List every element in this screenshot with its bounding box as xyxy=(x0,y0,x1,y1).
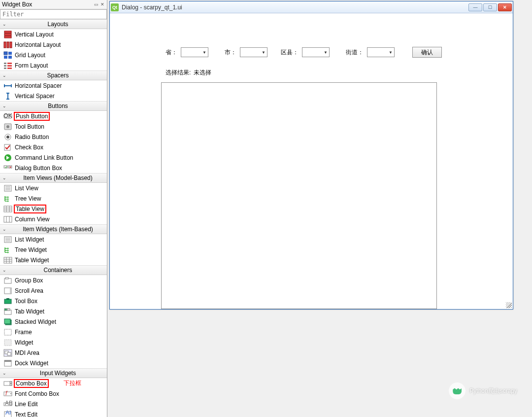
annotation-text: 下拉框 xyxy=(64,379,81,387)
chevron-down-icon: ⌄ xyxy=(0,268,9,273)
chevron-down-icon: ⌄ xyxy=(0,104,9,108)
widget-item-layout-v[interactable]: Vertical Layout xyxy=(0,29,107,39)
titlebar[interactable]: Qt Dialog - scarpy_qt_1.ui — ☐ ✕ xyxy=(110,1,513,13)
svg-rect-7 xyxy=(8,52,12,55)
widget-item-widget[interactable]: Widget xyxy=(0,337,107,348)
widget-item-stack[interactable]: Stacked Widget xyxy=(0,316,107,327)
spacer-v-icon xyxy=(3,92,13,100)
widget-label: Line Edit xyxy=(15,401,38,408)
category-label: Item Views (Model-Based) xyxy=(9,174,107,181)
svg-rect-57 xyxy=(4,299,11,304)
widget-label: Group Box xyxy=(15,277,43,284)
chevron-down-icon: ▼ xyxy=(262,50,266,55)
widget-item-column[interactable]: Column View xyxy=(0,214,107,224)
svg-rect-9 xyxy=(8,56,12,59)
layout-v-icon xyxy=(3,31,13,38)
category-header[interactable]: ⌄Item Widgets (Item-Based) xyxy=(0,224,107,234)
widget-item-dock[interactable]: Dock Widget xyxy=(0,358,107,368)
widget-item-spacer-h[interactable]: Horizontal Spacer xyxy=(0,80,107,91)
widget-item-push-button[interactable]: OKPush Button xyxy=(0,111,107,121)
category-header[interactable]: ⌄Buttons xyxy=(0,101,107,111)
widget-item-group[interactable]: Group Box xyxy=(0,275,107,285)
widget-item-layout-grid[interactable]: Grid Layout xyxy=(0,50,107,60)
widget-item-spacer-v[interactable]: Vertical Spacer xyxy=(0,91,107,101)
widget-label: Frame xyxy=(15,329,32,336)
svg-rect-56 xyxy=(10,288,11,293)
svg-text:AI: AI xyxy=(5,411,11,416)
svg-rect-60 xyxy=(4,309,7,311)
chevron-down-icon: ⌄ xyxy=(0,73,9,78)
table-view[interactable] xyxy=(161,82,437,309)
widget-item-list[interactable]: List Widget xyxy=(0,234,107,244)
widget-item-font-combo[interactable]: fFont Combo Box xyxy=(0,388,107,399)
frame-icon xyxy=(3,328,13,336)
highlight-box: Table View xyxy=(14,205,46,213)
category-label: Containers xyxy=(9,267,107,274)
widget-item-tool-button[interactable]: Tool Button xyxy=(0,121,107,132)
category-header[interactable]: ⌄Layouts xyxy=(0,19,107,29)
tree-icon xyxy=(3,195,13,203)
widget-label: Table Widget xyxy=(15,257,49,264)
widget-label: Dock Widget xyxy=(15,360,48,367)
widget-box-title: Widget Box ▭ ✕ xyxy=(0,0,107,9)
category-label: Item Widgets (Item-Based) xyxy=(9,226,107,233)
resize-grip-icon[interactable] xyxy=(506,302,512,308)
widget-item-combo[interactable]: Combo Box下拉框 xyxy=(0,378,107,388)
svg-rect-61 xyxy=(7,309,10,311)
svg-rect-14 xyxy=(4,68,6,69)
dialog-window: Qt Dialog - scarpy_qt_1.ui — ☐ ✕ 省： ▼ 市： xyxy=(109,1,513,310)
result-value: 未选择 xyxy=(193,69,212,77)
tree-icon xyxy=(3,246,13,254)
mdi-icon xyxy=(3,349,13,357)
widget-item-dlg-btn[interactable]: Dialog Button Box xyxy=(0,163,107,173)
widget-item-line-edit[interactable]: ABILine Edit xyxy=(0,399,107,409)
close-panel-icon[interactable]: ✕ xyxy=(100,2,105,7)
widget-item-layout-h[interactable]: Horizontal Layout xyxy=(0,39,107,50)
widget-item-scroll[interactable]: Scroll Area xyxy=(0,285,107,296)
widget-item-cmd-link[interactable]: Command Link Button xyxy=(0,152,107,163)
widget-list: ⌄LayoutsVertical LayoutHorizontal Layout… xyxy=(0,19,107,417)
category-header[interactable]: ⌄Containers xyxy=(0,265,107,275)
label-street: 街道： xyxy=(345,48,364,57)
widget-item-tree[interactable]: Tree Widget xyxy=(0,244,107,255)
widget-item-tab[interactable]: Tab Widget xyxy=(0,306,107,316)
svg-rect-12 xyxy=(4,65,6,67)
svg-rect-5 xyxy=(10,42,12,48)
combo-province[interactable]: ▼ xyxy=(181,47,208,57)
widget-label: List View xyxy=(15,185,38,192)
widget-item-mdi[interactable]: MDI Area xyxy=(0,348,107,358)
widget-item-list[interactable]: List View xyxy=(0,183,107,193)
widget-item-toolbox[interactable]: Tool Box xyxy=(0,296,107,306)
widget-label: Vertical Layout xyxy=(15,31,54,38)
widget-item-table[interactable]: Table View xyxy=(0,204,107,214)
svg-rect-48 xyxy=(4,257,12,263)
close-button[interactable]: ✕ xyxy=(498,3,512,11)
svg-point-47 xyxy=(7,251,9,253)
confirm-button[interactable]: 确认 xyxy=(412,47,442,58)
layout-grid-icon xyxy=(3,51,13,59)
combo-street[interactable]: ▼ xyxy=(367,47,395,57)
maximize-button[interactable]: ☐ xyxy=(483,3,497,11)
svg-point-21 xyxy=(6,136,9,139)
widget-item-frame[interactable]: Frame xyxy=(0,327,107,337)
category-header[interactable]: ⌄Input Widgets xyxy=(0,368,107,378)
widget-item-tree[interactable]: Tree View xyxy=(0,193,107,204)
window-title: Dialog - scarpy_qt_1.ui xyxy=(122,4,468,11)
label-province: 省： xyxy=(165,48,178,57)
minimize-button[interactable]: — xyxy=(468,3,482,11)
widget-item-table[interactable]: Table Widget xyxy=(0,255,107,265)
filter-input[interactable] xyxy=(0,9,107,19)
category-header[interactable]: ⌄Item Views (Model-Based) xyxy=(0,173,107,183)
widget-item-check[interactable]: Check Box xyxy=(0,142,107,152)
widget-item-radio[interactable]: Radio Button xyxy=(0,132,107,142)
chevron-down-icon: ▼ xyxy=(202,50,206,55)
widget-icon xyxy=(3,339,13,347)
widget-item-layout-form[interactable]: Form Layout xyxy=(0,60,107,70)
combo-city[interactable]: ▼ xyxy=(240,47,267,57)
category-header[interactable]: ⌄Spacers xyxy=(0,70,107,80)
tool-button-icon xyxy=(3,123,13,131)
widget-item-text-edit[interactable]: AIText Edit xyxy=(0,409,107,417)
dlg-btn-icon xyxy=(3,164,13,172)
combo-district[interactable]: ▼ xyxy=(302,47,330,57)
undock-icon[interactable]: ▭ xyxy=(94,2,99,7)
